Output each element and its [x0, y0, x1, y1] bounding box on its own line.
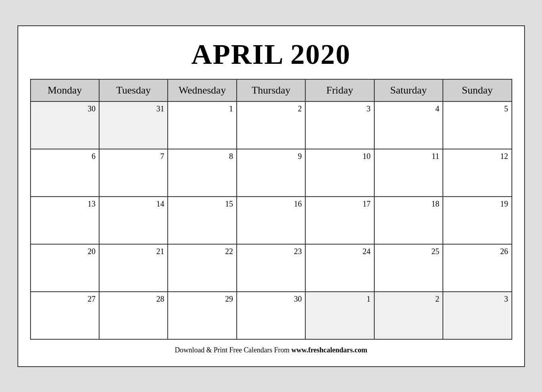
calendar-cell: 12: [443, 149, 511, 197]
calendar-cell: 21: [99, 244, 168, 292]
day-header-thursday: Thursday: [237, 79, 305, 101]
calendar-cell: 17: [305, 197, 374, 244]
calendar-cell: 10: [305, 149, 374, 197]
calendar-footer: Download & Print Free Calendars From www…: [30, 346, 512, 354]
calendar-cell: 1: [305, 292, 374, 339]
calendar-cell: 13: [31, 197, 99, 244]
calendar-cell: 15: [168, 197, 236, 244]
calendar-cell: 8: [168, 149, 236, 197]
day-header-wednesday: Wednesday: [168, 79, 236, 101]
day-header-tuesday: Tuesday: [99, 79, 168, 101]
calendar-cell: 22: [168, 244, 236, 292]
week-row-5: 27282930123: [31, 292, 512, 339]
week-row-1: 303112345: [31, 101, 512, 149]
calendar-cell: 2: [374, 292, 443, 339]
calendar-cell: 9: [237, 149, 305, 197]
day-header-friday: Friday: [305, 79, 374, 101]
calendar-table: MondayTuesdayWednesdayThursdayFridaySatu…: [30, 79, 512, 340]
calendar-cell: 2: [237, 101, 305, 149]
calendar-title: APRIL 2020: [30, 34, 512, 79]
calendar-cell: 30: [31, 101, 99, 149]
calendar-cell: 26: [443, 244, 511, 292]
calendar-cell: 29: [168, 292, 236, 339]
calendar-cell: 18: [374, 197, 443, 244]
day-header-sunday: Sunday: [443, 79, 511, 101]
week-row-2: 6789101112: [31, 149, 512, 197]
week-row-4: 20212223242526: [31, 244, 512, 292]
calendar-cell: 25: [374, 244, 443, 292]
footer-website: www.freshcalendars.com: [291, 346, 368, 354]
footer-text: Download & Print Free Calendars From: [175, 346, 291, 354]
calendar-cell: 31: [99, 101, 168, 149]
calendar-cell: 28: [99, 292, 168, 339]
calendar-cell: 5: [443, 101, 511, 149]
calendar-cell: 6: [31, 149, 99, 197]
calendar-cell: 14: [99, 197, 168, 244]
calendar-cell: 16: [237, 197, 305, 244]
calendar-container: APRIL 2020 MondayTuesdayWednesdayThursda…: [17, 25, 525, 367]
header-row: MondayTuesdayWednesdayThursdayFridaySatu…: [31, 79, 512, 101]
calendar-cell: 30: [237, 292, 305, 339]
calendar-cell: 11: [374, 149, 443, 197]
calendar-cell: 1: [168, 101, 236, 149]
calendar-cell: 20: [31, 244, 99, 292]
week-row-3: 13141516171819: [31, 197, 512, 244]
calendar-cell: 19: [443, 197, 511, 244]
calendar-cell: 7: [99, 149, 168, 197]
day-header-saturday: Saturday: [374, 79, 443, 101]
calendar-cell: 3: [305, 101, 374, 149]
calendar-cell: 24: [305, 244, 374, 292]
calendar-cell: 4: [374, 101, 443, 149]
calendar-cell: 3: [443, 292, 511, 339]
day-header-monday: Monday: [31, 79, 99, 101]
calendar-cell: 27: [31, 292, 99, 339]
calendar-cell: 23: [237, 244, 305, 292]
